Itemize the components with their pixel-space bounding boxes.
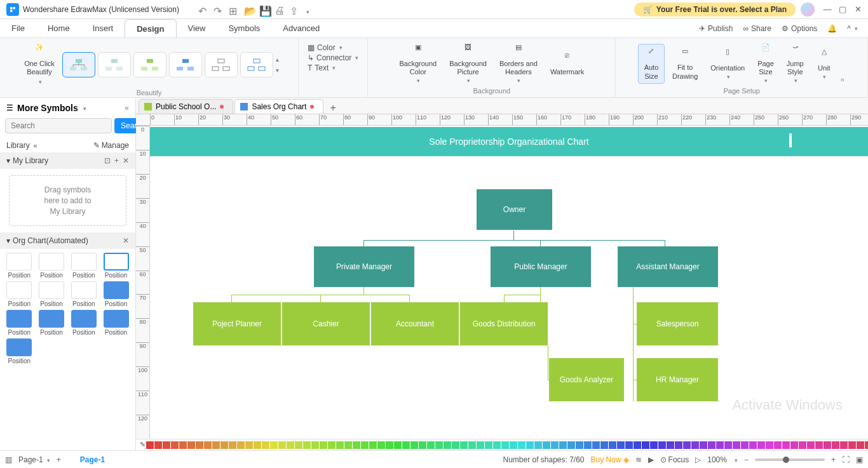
color-swatch[interactable] — [592, 441, 600, 449]
color-swatch[interactable] — [493, 441, 501, 449]
avatar[interactable] — [801, 3, 815, 17]
menu-advanced[interactable]: Advanced — [271, 19, 331, 37]
shape-item[interactable]: Position — [4, 338, 35, 364]
color-swatch[interactable] — [708, 441, 715, 449]
page-size-button[interactable]: 📄Page Size — [752, 41, 779, 87]
node-cashier[interactable]: Cashier — [282, 302, 370, 345]
color-swatch[interactable] — [733, 441, 740, 449]
color-swatch[interactable] — [386, 441, 393, 449]
shape-item[interactable]: Position — [100, 281, 132, 307]
color-swatch[interactable] — [171, 441, 179, 449]
color-swatch[interactable] — [179, 441, 187, 449]
menu-symbols[interactable]: Symbols — [217, 19, 271, 37]
chevron-down-icon[interactable] — [733, 455, 738, 464]
menu-home[interactable]: Home — [36, 19, 81, 37]
theme-down-icon[interactable]: ▾ — [276, 67, 279, 74]
node-public-manager[interactable]: Public Manager — [491, 246, 591, 287]
color-swatch[interactable] — [857, 441, 864, 449]
focus-button[interactable]: ⊙ Focus — [660, 455, 689, 464]
fullscreen-icon[interactable]: ▣ — [856, 455, 863, 464]
color-tool[interactable]: ▦Color — [308, 43, 358, 52]
color-swatch[interactable] — [427, 441, 435, 449]
node-accountant[interactable]: Accountant — [371, 302, 459, 345]
color-swatch[interactable] — [361, 441, 369, 449]
shape-item[interactable]: Position — [4, 310, 35, 336]
color-swatch[interactable] — [807, 441, 815, 449]
color-swatch[interactable] — [477, 441, 484, 449]
page-setup-launcher-icon[interactable]: ▫ — [839, 73, 846, 87]
fit-page-icon[interactable]: ⛶ — [842, 455, 850, 464]
watermark-button[interactable]: ⎚Watermark — [545, 49, 589, 79]
color-swatch[interactable] — [369, 441, 377, 449]
qat-more-icon[interactable] — [305, 5, 314, 14]
add-tab-button[interactable]: + — [325, 102, 341, 114]
color-swatch[interactable] — [419, 441, 426, 449]
node-project-planner[interactable]: Poject Planner — [193, 302, 281, 345]
color-swatch[interactable] — [675, 441, 682, 449]
color-swatch[interactable] — [163, 441, 170, 449]
color-swatch[interactable] — [749, 441, 757, 449]
theme-thumb-2[interactable] — [98, 52, 131, 77]
jump-style-button[interactable]: ⤻Jump Style — [782, 41, 809, 87]
color-swatch[interactable] — [774, 441, 782, 449]
fit-drawing-button[interactable]: ▭Fit to Drawing — [667, 44, 703, 83]
color-swatch[interactable] — [287, 441, 294, 449]
presentation-icon[interactable]: ▶ — [648, 455, 654, 464]
manage-link[interactable]: ✎Manage — [93, 141, 129, 150]
zoom-level[interactable]: 100% — [707, 455, 727, 464]
color-swatch[interactable] — [691, 441, 699, 449]
color-swatch[interactable] — [625, 441, 633, 449]
doc-tab-2[interactable]: Sales Org Chart — [234, 99, 323, 114]
unit-button[interactable]: △Unit — [811, 45, 837, 83]
theme-thumb-3[interactable] — [133, 52, 166, 77]
color-swatch[interactable] — [782, 441, 790, 449]
color-swatch[interactable] — [848, 441, 856, 449]
color-swatch[interactable] — [799, 441, 806, 449]
color-swatch[interactable] — [229, 441, 236, 449]
print-icon[interactable]: 🖨 — [275, 5, 283, 14]
close-icon[interactable]: ✕ — [123, 236, 129, 245]
close-icon[interactable]: ✕ — [123, 156, 129, 165]
zoom-out-button[interactable]: − — [744, 455, 749, 464]
color-swatch[interactable] — [444, 441, 451, 449]
expand-icon[interactable]: « — [34, 142, 37, 149]
chart-title[interactable]: Sole Proprietorship Organizational Chart — [150, 127, 868, 156]
color-swatch[interactable] — [270, 441, 278, 449]
color-swatch[interactable] — [741, 441, 749, 449]
color-swatch[interactable] — [700, 441, 707, 449]
bg-picture-button[interactable]: 🖼Background Picture — [444, 41, 492, 87]
color-swatch[interactable] — [328, 441, 336, 449]
connector-tool[interactable]: ↳Connector — [308, 53, 358, 62]
shape-item[interactable]: Position — [36, 310, 67, 336]
share-link[interactable]: ∞Share — [743, 24, 771, 33]
open-icon[interactable]: 📂 — [244, 5, 253, 14]
chevron-down-icon[interactable]: ▾ — [6, 236, 10, 245]
orientation-button[interactable]: ▯Orientation — [705, 45, 750, 83]
layers-icon[interactable]: ≋ — [635, 455, 642, 464]
undo-icon[interactable]: ↶ — [198, 5, 207, 14]
borders-button[interactable]: ▤Borders and Headers — [494, 41, 543, 87]
color-swatch[interactable] — [146, 441, 154, 449]
text-tool[interactable]: TText — [308, 64, 358, 72]
menu-insert[interactable]: Insert — [81, 19, 125, 37]
color-swatch[interactable] — [815, 441, 823, 449]
node-salesperson[interactable]: Salesperson — [637, 302, 718, 345]
color-swatch[interactable] — [154, 441, 162, 449]
color-swatch[interactable] — [518, 441, 526, 449]
color-swatch[interactable] — [724, 441, 732, 449]
zoom-in-button[interactable]: + — [831, 455, 836, 464]
trial-banner[interactable]: 🛒 Your Free Trial is over. Select a Plan — [634, 3, 796, 17]
search-input[interactable] — [5, 118, 112, 133]
bg-color-button[interactable]: ▣Background Color — [395, 41, 442, 87]
shape-item[interactable]: Position — [100, 310, 132, 336]
buy-now-link[interactable]: Buy Now ◈ — [591, 455, 629, 464]
color-swatch[interactable] — [559, 441, 567, 449]
options-link[interactable]: ⚙Options — [782, 24, 817, 33]
color-swatch[interactable] — [543, 441, 550, 449]
export-icon[interactable]: ⇪ — [290, 5, 299, 14]
library-label[interactable]: Library — [6, 141, 30, 150]
canvas[interactable]: Sole Proprietorship Organizational Chart… — [150, 126, 868, 439]
node-private-manager[interactable]: Private Manager — [314, 246, 414, 287]
active-page-label[interactable]: Page-1 — [67, 455, 118, 464]
color-swatch[interactable] — [278, 441, 286, 449]
